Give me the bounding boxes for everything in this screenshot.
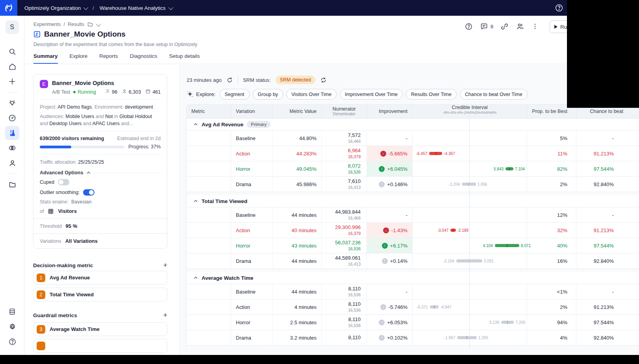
metric-group-header-total-time-viewed[interactable]: Total Time Viewed — [187, 195, 639, 207]
results-table: Metric Variation Metric Value Numerator … — [186, 104, 639, 349]
app-switcher[interactable]: Warehouse Native Analytics — [100, 5, 172, 11]
experiments-nav-active[interactable] — [0, 126, 24, 140]
experiment-stat: 96 — [105, 89, 117, 95]
refresh-icon[interactable] — [226, 77, 233, 83]
profile-icon[interactable] — [0, 155, 24, 170]
numerator-value: 8,072 — [348, 163, 361, 169]
optimizely-logo[interactable] — [0, 0, 17, 16]
status-dot — [73, 91, 76, 93]
header-actions: 8 — [465, 22, 539, 31]
guardrail-metric-average-watch-time[interactable]: 3Average Watch Time — [33, 322, 167, 336]
cell-credible-interval — [413, 284, 527, 299]
cell-metric — [187, 315, 231, 330]
experiment-name: Banner_Movie Options — [52, 80, 161, 86]
org-switcher[interactable]: Optimizely Organization — [24, 5, 87, 11]
explore-button-chance-to-beat-over-time[interactable]: Chance to beat Over Time — [460, 89, 528, 100]
progress-bar — [40, 146, 124, 148]
improvement-value: +0.14% — [390, 258, 407, 264]
kebab-menu-icon[interactable] — [532, 23, 539, 30]
home-icon[interactable] — [0, 59, 24, 74]
ideas-icon[interactable] — [0, 96, 24, 111]
improvement-value: +6.045% — [387, 166, 407, 172]
tab-setup-details[interactable]: Setup details — [169, 53, 200, 64]
folder-icon[interactable] — [0, 177, 24, 192]
cell-credible-interval: 5.8437.104 — [413, 161, 527, 176]
cuped-toggle[interactable] — [58, 179, 69, 185]
add-decision-metric-button[interactable]: + — [163, 261, 167, 270]
explore-button-visitors-over-time[interactable]: Visitors Over Time — [286, 89, 337, 100]
cell-chance-to-beat: 92.840% — [576, 330, 639, 345]
cell-metric-value: 44.283% — [272, 146, 322, 161]
collaborators-icon[interactable] — [516, 22, 524, 31]
table-row-average-watch-time-baseline: Baseline44 minutes8,11016,536-<1%- — [187, 284, 639, 299]
tab-explore[interactable]: Explore — [70, 53, 88, 64]
traffic-allocation: Traffic allocation: 25/25/25/25 — [33, 155, 167, 166]
help-circle-icon[interactable] — [465, 22, 473, 31]
visitors-remaining: 639/2000 visitors remaining — [40, 136, 104, 141]
play-icon — [554, 25, 558, 29]
cell-prop-to-be-best: 16% — [527, 253, 576, 268]
explore-button-group-by[interactable]: Group by — [253, 89, 283, 100]
explore-button-segment[interactable]: Segment — [220, 89, 250, 100]
denominator-value: 16,536 — [348, 292, 361, 297]
cell-variation: Horror — [231, 238, 272, 253]
tab-diagnostics[interactable]: Diagnostics — [130, 53, 157, 64]
last-updated: 23 minutes ago — [187, 77, 222, 83]
of-visitors-row[interactable]: of Visitors — [33, 204, 167, 219]
progress-bar-fill — [40, 146, 71, 148]
explore-label: Explore: — [187, 91, 216, 98]
data-icon[interactable] — [0, 304, 24, 319]
add-guardrail-metric-button[interactable]: + — [163, 311, 167, 320]
rerun-check-icon[interactable] — [320, 77, 327, 83]
cell-numerator-denominator: 8,07216,536 — [322, 161, 367, 176]
numerator-value: 8,110 — [348, 316, 361, 323]
decision-metric-total-time-viewed[interactable]: 2Total Time Viewed — [33, 288, 167, 301]
explore-button-results-over-time[interactable]: Results Over Time — [406, 89, 457, 100]
folder-icon[interactable] — [87, 21, 93, 28]
tab-reports[interactable]: Reports — [99, 53, 118, 64]
breadcrumb-experiments[interactable]: Experiments — [33, 22, 61, 27]
topbar-help-icon[interactable] — [555, 4, 563, 12]
ci-tick: 8% — [491, 110, 496, 115]
audiences-icon[interactable] — [0, 140, 24, 155]
denominator-value: 16,536 — [348, 308, 361, 313]
create-icon[interactable] — [0, 74, 24, 89]
workspace-avatar[interactable]: S — [6, 20, 19, 34]
denominator-value: 16,466 — [348, 139, 361, 144]
tab-summary[interactable]: Summary — [33, 53, 58, 64]
numerator-value: 44,983.844 — [335, 209, 361, 215]
guardrail-metric-list: 3Average Watch Time — [33, 322, 167, 353]
comments-icon[interactable] — [480, 22, 488, 31]
page-header: Experiments / Results Banner_Movie Optio… — [24, 16, 639, 65]
metric-group-header-avg-ad-revenue[interactable]: Avg Ad RevenuePrimary — [187, 118, 639, 131]
cell-improvement: - — [367, 131, 413, 146]
srm-status-badge: SRM detected — [276, 76, 315, 84]
ci-low-label: -3.047 — [437, 228, 448, 233]
settings-gear-icon[interactable] — [0, 319, 24, 334]
breadcrumb-results[interactable]: Results — [68, 22, 84, 27]
chevron-down-icon[interactable] — [96, 21, 101, 26]
search-icon[interactable] — [0, 44, 24, 59]
cell-numerator-denominator: 29,300.99616,379 — [322, 223, 367, 238]
dashboard-icon[interactable] — [0, 111, 24, 126]
help-icon[interactable] — [0, 334, 24, 349]
cell-metric — [187, 330, 231, 345]
outlier-smoothing-toggle[interactable] — [83, 189, 94, 196]
variations-row[interactable]: Variations All Variations — [33, 234, 167, 249]
improvement-value: -1.43% — [391, 227, 407, 233]
arrow-up-circle-icon: ↑ — [379, 320, 385, 325]
numerator-value: 8,110 — [348, 334, 361, 341]
denominator-value: 16,379 — [348, 231, 361, 236]
sparkle-explore-icon — [187, 91, 193, 98]
metric-group-header-average-watch-time[interactable]: Average Watch Time — [187, 272, 639, 284]
cell-metric-value: 45.986% — [272, 177, 322, 192]
metric-name: Average Watch Time — [50, 326, 100, 332]
stat-value: 6,303 — [129, 89, 141, 95]
explore-button-improvement-over-time[interactable]: Improvement Over Time — [340, 89, 403, 100]
share-link-icon[interactable] — [500, 22, 509, 31]
threshold-row[interactable]: Threshold 95 % — [33, 219, 167, 234]
guardrail-metric-cut-off[interactable] — [33, 339, 167, 353]
advanced-options-toggle[interactable]: Advanced Options — [33, 166, 167, 177]
decision-metric-avg-ad-revenue[interactable]: 1Avg Ad Revenue — [33, 271, 167, 285]
table-row-avg-ad-revenue-horror: Horror49.045%8,07216,536↑+6.045%5.8437.1… — [187, 161, 639, 177]
